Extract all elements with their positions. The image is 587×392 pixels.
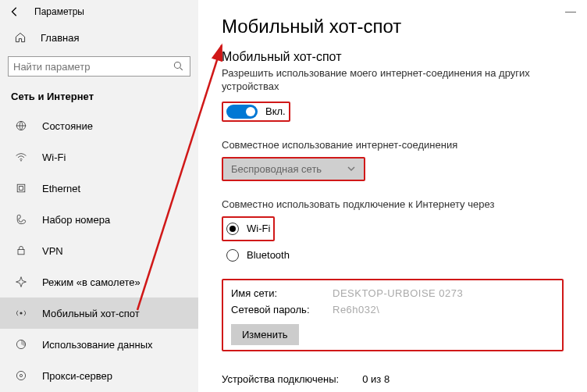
sidebar-item-label: Использование данных [42, 339, 153, 351]
search-icon [173, 60, 185, 73]
svg-line-1 [180, 68, 183, 70]
search-input[interactable] [8, 56, 190, 77]
chevron-down-icon [347, 164, 356, 173]
sidebar-item-ethernet[interactable]: Ethernet [0, 173, 198, 204]
wifi-icon [14, 150, 28, 164]
svg-rect-7 [18, 249, 24, 254]
sidebar-item-wifi[interactable]: Wi-Fi [0, 141, 198, 173]
svg-rect-5 [17, 184, 25, 192]
dropdown-value: Беспроводная сеть [231, 163, 322, 175]
network-name-value: DESKTOP-URBOISE 0273 [333, 287, 463, 299]
network-info-box: Имя сети: DESKTOP-URBOISE 0273 Сетевой п… [222, 279, 564, 351]
sidebar-item-proxy[interactable]: Прокси-сервер [0, 360, 198, 391]
devices-label: Устройства подключены: [222, 373, 339, 385]
vpn-icon [14, 244, 28, 258]
radio-label: Wi-Fi [247, 223, 270, 234]
minimize-button[interactable]: — [565, 5, 576, 17]
svg-point-8 [20, 312, 22, 314]
sidebar-item-dialup[interactable]: Набор номера [0, 204, 198, 235]
sidebar-item-label: Ethernet [42, 183, 80, 194]
back-icon[interactable] [9, 6, 20, 17]
main-content: — Мобильный хот-спот Мобильный хот-спот … [198, 0, 587, 392]
hotspot-heading: Мобильный хот-спот [222, 50, 564, 64]
sidebar-item-label: Состояние [42, 120, 93, 132]
share-over-label: Совместно использовать подключение к Инт… [222, 198, 564, 210]
sidebar-item-label: Wi-Fi [42, 151, 66, 163]
sidebar-item-status[interactable]: Состояние [0, 110, 198, 141]
svg-point-4 [20, 160, 22, 162]
sidebar-item-vpn[interactable]: VPN [0, 235, 198, 266]
radio-icon [226, 223, 239, 235]
sidebar-item-airplane[interactable]: Режим «в самолете» [0, 266, 198, 298]
sidebar-item-hotspot[interactable]: Мобильный хот-спот [0, 298, 198, 329]
sidebar-nav: Состояние Wi-Fi Ethernet Набор номера VP… [0, 110, 198, 391]
svg-rect-6 [20, 187, 23, 191]
radio-bluetooth[interactable]: Bluetooth [226, 246, 564, 265]
devices-connected-row: Устройства подключены: 0 из 8 [222, 365, 564, 392]
home-label: Главная [41, 32, 79, 44]
hotspot-icon [14, 306, 28, 320]
sidebar-item-datausage[interactable]: Использование данных [0, 329, 198, 360]
radio-icon [226, 249, 239, 262]
home-icon [14, 31, 27, 44]
dialup-icon [14, 212, 28, 226]
page-title: Мобильный хот-спот [222, 16, 564, 37]
status-icon [14, 119, 28, 133]
sidebar-section-header: Сеть и Интернет [0, 86, 198, 110]
network-password-label: Сетевой пароль: [231, 304, 333, 315]
sidebar-item-label: VPN [42, 245, 63, 257]
home-button[interactable]: Главная [0, 23, 198, 52]
network-name-label: Имя сети: [231, 287, 333, 299]
edit-button[interactable]: Изменить [231, 324, 299, 345]
devices-value: 0 из 8 [362, 373, 390, 385]
titlebar: Параметры [0, 0, 198, 23]
sidebar: Параметры Главная Сеть и Интернет Состоя… [0, 0, 198, 392]
search-field[interactable] [13, 61, 173, 73]
hotspot-toggle[interactable] [226, 105, 258, 119]
ethernet-icon [14, 181, 28, 195]
svg-point-10 [16, 371, 25, 380]
sidebar-item-label: Режим «в самолете» [42, 276, 141, 288]
airplane-icon [14, 275, 28, 289]
radio-wifi[interactable]: Wi-Fi [226, 219, 270, 238]
hotspot-toggle-label: Вкл. [265, 105, 286, 117]
network-password-value: Re6h032\ [333, 304, 379, 315]
svg-point-11 [20, 374, 22, 376]
sidebar-item-label: Прокси-сервер [42, 370, 112, 382]
datausage-icon [14, 337, 28, 351]
share-connection-dropdown[interactable]: Беспроводная сеть [223, 159, 364, 180]
proxy-icon [14, 369, 28, 383]
window-title: Параметры [34, 6, 84, 17]
sidebar-item-label: Набор номера [42, 214, 110, 226]
share-connection-label: Совместное использование интернет-соедин… [222, 139, 564, 151]
svg-point-0 [174, 62, 180, 68]
hotspot-description: Разрешить использование моего интернет-с… [222, 67, 534, 94]
radio-label: Bluetooth [247, 249, 290, 261]
sidebar-item-label: Мобильный хот-спот [42, 308, 140, 319]
